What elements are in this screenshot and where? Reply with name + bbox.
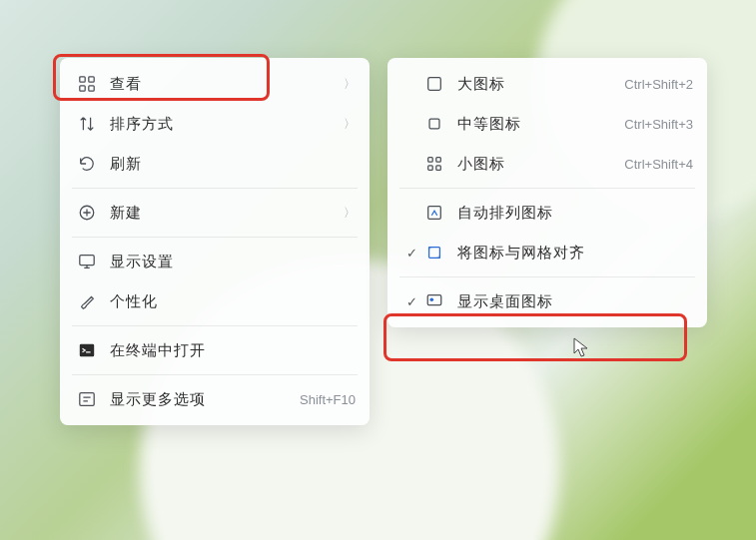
display-icon [74,251,100,272]
svg-rect-15 [429,248,440,259]
menu-separator [399,276,695,277]
auto-arrange-icon [421,202,447,224]
submenu-item-label: 显示桌面图标 [457,292,693,311]
menu-separator [72,188,358,189]
grid-icon [74,73,100,95]
brush-icon [74,290,100,312]
menu-item-label: 新建 [110,204,336,223]
menu-item-personalize[interactable]: 个性化 [64,281,366,321]
medium-icons-icon [421,113,447,135]
svg-rect-0 [80,77,85,82]
submenu-item-label: 将图标与网格对齐 [457,244,693,263]
menu-item-view[interactable]: 查看 〉 [64,64,366,104]
menu-item-more-options[interactable]: 显示更多选项 Shift+F10 [64,379,366,419]
svg-rect-5 [80,256,94,266]
small-icons-icon [421,153,447,175]
context-menu: 查看 〉 排序方式 〉 刷新 新建 〉 显示设置 个性化 [60,58,370,425]
submenu-item-medium-icons[interactable]: 中等图标 Ctrl+Shift+3 [391,104,703,144]
svg-rect-9 [429,119,439,129]
svg-rect-3 [89,86,94,91]
sort-icon [74,113,100,135]
svg-rect-16 [427,295,441,305]
check-slot: ✓ [401,246,421,261]
submenu-item-label: 小图标 [457,155,614,174]
terminal-icon [74,339,100,361]
menu-item-label: 排序方式 [110,115,336,134]
submenu-item-auto-arrange[interactable]: 自动排列图标 [391,193,703,233]
submenu-item-label: 中等图标 [457,115,614,134]
svg-rect-12 [428,166,433,171]
menu-separator [399,188,695,189]
menu-item-label: 个性化 [110,292,356,311]
submenu-item-show-desktop-icons[interactable]: ✓ 显示桌面图标 [391,281,703,321]
submenu-item-label: 自动排列图标 [457,204,693,223]
menu-item-label: 查看 [110,75,336,94]
svg-rect-8 [428,78,441,91]
svg-rect-14 [428,207,441,220]
menu-item-display-settings[interactable]: 显示设置 [64,242,366,281]
menu-item-refresh[interactable]: 刷新 [64,144,366,184]
desktop-icon [421,290,447,312]
menu-separator [72,237,358,238]
submenu-item-shortcut: Ctrl+Shift+2 [624,77,693,92]
align-grid-icon [421,242,447,264]
svg-rect-13 [436,166,441,171]
submenu-item-shortcut: Ctrl+Shift+3 [624,117,693,132]
svg-rect-6 [80,344,94,357]
menu-item-label: 显示更多选项 [110,390,290,409]
chevron-right-icon: 〉 [344,116,356,133]
chevron-right-icon: 〉 [344,76,356,93]
large-icons-icon [421,73,447,95]
menu-item-label: 在终端中打开 [110,341,356,360]
menu-separator [72,325,358,326]
refresh-icon [74,153,100,175]
svg-point-17 [430,297,434,301]
submenu-item-small-icons[interactable]: 小图标 Ctrl+Shift+4 [391,144,703,184]
svg-rect-10 [428,158,433,163]
view-submenu: 大图标 Ctrl+Shift+2 中等图标 Ctrl+Shift+3 小图标 C… [387,58,707,327]
chevron-right-icon: 〉 [344,205,356,222]
submenu-item-shortcut: Ctrl+Shift+4 [624,157,693,172]
svg-rect-11 [436,158,441,163]
menu-separator [72,374,358,375]
svg-rect-1 [89,77,94,82]
svg-rect-2 [80,86,85,91]
menu-item-sort[interactable]: 排序方式 〉 [64,104,366,144]
cursor-pointer-icon [573,337,589,359]
menu-item-label: 显示设置 [110,253,356,271]
svg-rect-7 [80,393,94,406]
submenu-item-label: 大图标 [457,75,614,94]
check-slot: ✓ [401,294,421,309]
menu-item-new[interactable]: 新建 〉 [64,193,366,233]
plus-circle-icon [74,202,100,224]
more-icon [74,388,100,410]
submenu-item-align-grid[interactable]: ✓ 将图标与网格对齐 [391,233,703,272]
menu-item-terminal[interactable]: 在终端中打开 [64,330,366,370]
submenu-item-large-icons[interactable]: 大图标 Ctrl+Shift+2 [391,64,703,104]
menu-item-shortcut: Shift+F10 [300,392,356,407]
menu-item-label: 刷新 [110,155,356,174]
